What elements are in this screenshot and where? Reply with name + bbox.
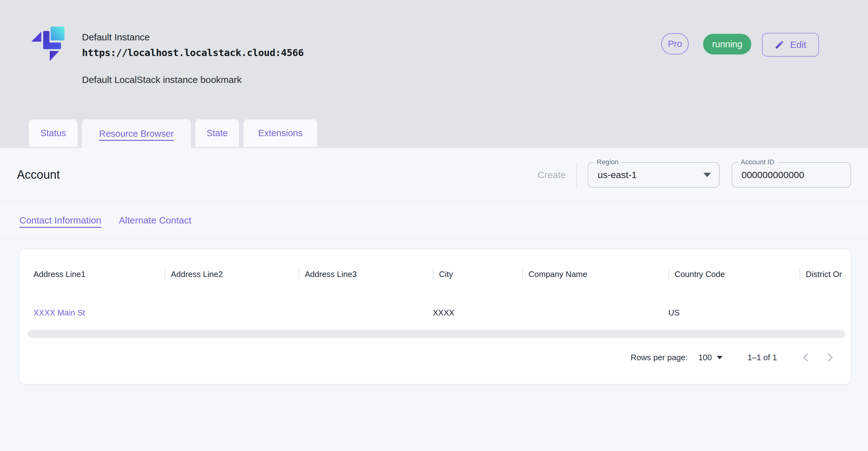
edit-button[interactable]: Edit [762,33,819,57]
create-button[interactable]: Create [537,170,566,180]
tab-resource-browser[interactable]: Resource Browser [82,119,191,148]
cell-district [800,299,851,327]
dropdown-arrow-icon [704,173,711,177]
region-select-value: us-east-1 [588,170,637,180]
pagination-range: 1–1 of 1 [747,353,777,362]
edit-button-label: Edit [790,39,806,50]
tab-extensions[interactable]: Extensions [243,119,317,147]
column-separator [800,269,800,279]
pagination-bar: Rows per page: 100 1–1 of 1 [20,343,851,372]
instance-subtitle: Default LocalStack instance bookmark [82,74,242,85]
rows-per-page-select[interactable]: 100 [699,353,722,362]
instance-title: Default Instance [82,32,150,42]
tab-status[interactable]: Status [29,119,78,147]
region-select-label: Region [594,158,621,167]
cell-address-line3 [299,299,433,327]
localstack-app: { "header": { "title": "Default Instance… [0,0,868,451]
pro-badge: Pro [661,33,689,55]
cell-country-code: US [669,299,800,327]
column-header-address-line2[interactable]: Address Line2 [164,262,299,287]
pencil-icon [774,40,784,50]
instance-url: https://localhost.localstack.cloud:4566 [82,47,304,58]
next-page-button[interactable] [825,352,835,363]
account-id-input[interactable]: Account ID 000000000000 [732,162,851,188]
table-header-row: Address Line1 Address Line2 Address Line… [20,262,851,287]
page-title: Account [17,168,60,182]
status-badge: running [703,34,751,55]
select-caret-icon [717,356,722,359]
column-separator [433,269,433,279]
localstack-logo-icon [31,27,64,61]
column-header-address-line3[interactable]: Address Line3 [299,262,433,287]
column-header-country-code[interactable]: Country Code [669,262,800,287]
account-id-label: Account ID [738,158,777,167]
column-separator [299,269,299,279]
address-line1-link[interactable]: XXXX Main St [33,308,85,318]
data-grid-card: Address Line1 Address Line2 Address Line… [20,249,851,384]
tab-state[interactable]: State [195,119,239,147]
column-header-address-line1[interactable]: Address Line1 [33,262,164,287]
region-select[interactable]: Region us-east-1 [588,162,720,188]
previous-page-button[interactable] [801,352,811,363]
column-separator [522,269,523,279]
cell-city: XXXX [433,299,522,327]
table-row[interactable]: XXXX Main St XXXX US [20,299,851,327]
subtab-alternate-contact[interactable]: Alternate Contact [119,215,191,226]
rows-per-page-value: 100 [699,353,712,362]
column-separator [164,269,165,279]
column-header-district[interactable]: District Or [800,262,851,287]
header-divider [577,163,577,187]
resource-header: Account Create Region us-east-1 Account … [0,148,868,202]
column-header-city[interactable]: City [433,262,522,287]
account-id-value: 000000000000 [732,170,804,180]
chevron-right-icon [825,352,835,363]
cell-address-line2 [164,299,299,327]
chevron-left-icon [801,352,811,363]
cell-company-name [522,299,669,327]
cell-address-line1: XXXX Main St [33,299,164,327]
rows-per-page-label: Rows per page: [631,353,688,362]
resource-browser-panel: Account Create Region us-east-1 Account … [0,148,868,451]
subtab-contact-information[interactable]: Contact Information [20,215,101,226]
horizontal-scrollbar[interactable] [28,330,845,338]
subtab-bar: Contact Information Alternate Contact [0,202,868,239]
column-separator [669,269,669,279]
column-header-company-name[interactable]: Company Name [522,262,669,287]
